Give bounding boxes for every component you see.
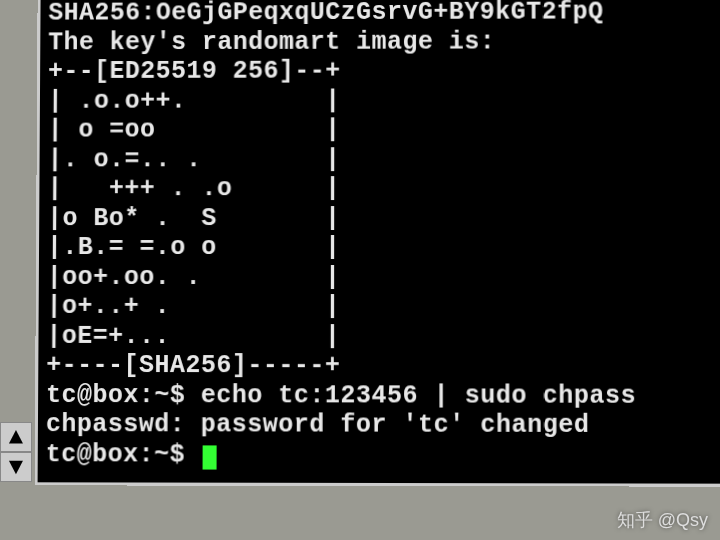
line-randomart-9: |oE=+... | <box>46 321 340 350</box>
line-prompt: tc@box:~$ <box>46 440 201 469</box>
line-randomart-3: |. o.=.. . | <box>47 145 340 174</box>
line-randomart-header: The key's randomart image is: <box>48 27 495 57</box>
scroll-up-button[interactable]: ▲ <box>0 422 32 452</box>
scrollbar: ▲ ▼ <box>0 422 32 482</box>
terminal-window: SHA256:OeGjGPeqxqUCzGsrvG+BY9kGT2fpQ The… <box>35 0 720 487</box>
line-chpasswd-output: chpasswd: password for 'tc' changed <box>46 410 590 440</box>
watermark-text: 知乎 @Qsy <box>617 508 708 532</box>
line-randomart-4: | +++ . .o | <box>47 174 340 203</box>
line-cmd-chpasswd: tc@box:~$ echo tc:123456 | sudo chpass <box>46 380 636 410</box>
line-randomart-bottom: +----[SHA256]-----+ <box>46 351 340 380</box>
line-randomart-8: |o+..+ . | <box>47 292 341 321</box>
line-randomart-2: | o =oo | <box>48 115 341 144</box>
scroll-down-button[interactable]: ▼ <box>0 452 32 482</box>
cursor <box>203 445 217 469</box>
line-randomart-top: +--[ED25519 256]--+ <box>48 57 341 86</box>
terminal-output[interactable]: SHA256:OeGjGPeqxqUCzGsrvG+BY9kGT2fpQ The… <box>38 0 720 475</box>
line-randomart-5: |o Bo* . S | <box>47 204 341 233</box>
line-randomart-1: | .o.o++. | <box>48 86 341 115</box>
line-randomart-7: |oo+.oo. . | <box>47 262 341 291</box>
line-sha256: SHA256:OeGjGPeqxqUCzGsrvG+BY9kGT2fpQ <box>48 0 603 27</box>
line-randomart-6: |.B.= =.o o | <box>47 233 341 262</box>
